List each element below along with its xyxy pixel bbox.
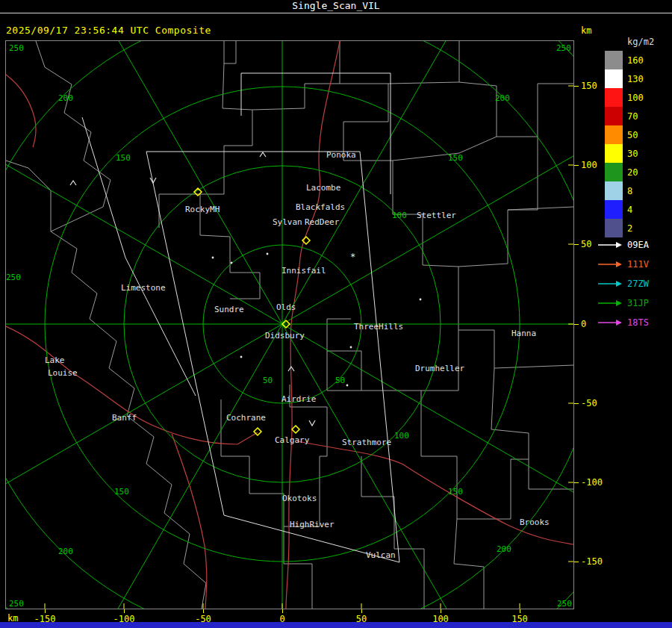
- colorbar-value: 8: [627, 186, 632, 196]
- colorbar-swatch: [605, 107, 623, 125]
- map-canvas[interactable]: 50 50 100 100 150 150 150 150 200 200 20…: [6, 41, 573, 609]
- right-axis-label: -150: [581, 556, 603, 567]
- city-label-calgary: Calgary: [275, 435, 310, 445]
- colorbar-value: 4: [627, 205, 632, 215]
- county-line: [6, 161, 51, 231]
- county-line: [421, 330, 529, 519]
- axis-tick: [574, 165, 579, 166]
- bottom-status-bar: [0, 622, 672, 628]
- echo-dot: [420, 299, 422, 301]
- city-label-ponoka: Ponoka: [326, 150, 356, 160]
- ring-label-150: 150: [448, 153, 463, 163]
- echo-dot: [231, 262, 233, 264]
- colorbar-unit: kg/m2: [627, 37, 654, 47]
- county-line: [221, 385, 327, 526]
- city-label-high-river: HighRiver: [290, 520, 335, 529]
- axis-tick: [574, 482, 579, 483]
- ring-label-250: 250: [9, 43, 24, 53]
- right-axis-unit: km: [581, 25, 591, 36]
- echo-dot: [267, 253, 269, 255]
- colorbar-swatch: [605, 125, 623, 144]
- ring-label-50: 50: [263, 376, 273, 385]
- city-label-three-hills: ThreeHills: [354, 322, 403, 332]
- radar-arrowhead-icon: [616, 242, 622, 248]
- county-line: [454, 519, 484, 609]
- axis-tick: [574, 403, 579, 404]
- city-label-blackfalds: Blackfalds: [296, 202, 345, 212]
- city-label-okotoks: Okotoks: [282, 494, 317, 503]
- radar-arrowhead-icon: [616, 261, 622, 267]
- city-label-brooks: Brooks: [520, 517, 550, 527]
- colorbar-value: 30: [627, 149, 638, 159]
- colorbar-value: 50: [627, 130, 638, 140]
- echo-dot: [240, 356, 243, 358]
- city-label-sundre: Sundre: [214, 305, 244, 314]
- radar-arrowhead-icon: [616, 281, 622, 287]
- axis-tick: [124, 609, 125, 613]
- city-label-airdrie: Airdrie: [281, 394, 316, 404]
- window-title-bar[interactable]: Single_Scan_VIL: [0, 0, 672, 13]
- radar-id-label: 27ZW: [627, 279, 650, 289]
- city-label-rocky-mh: RockyMH: [185, 205, 220, 214]
- county-line: [224, 41, 236, 63]
- colorbar-swatch: [605, 144, 623, 163]
- highway-line: [6, 326, 258, 444]
- city-label-lacombe: Lacombe: [306, 183, 340, 193]
- scan-timestamp: 2025/09/17 23:56:44 UTC Composite: [6, 25, 211, 36]
- colorbar-value: 20: [627, 167, 638, 178]
- colorbar-swatch: [605, 88, 623, 107]
- right-axis-label: 50: [581, 239, 591, 249]
- radar-id-label: 18TS: [627, 317, 649, 328]
- county-line: [459, 82, 573, 137]
- echo-dot: [350, 346, 352, 349]
- radar-id-label: 31JP: [627, 298, 649, 308]
- city-label-lake: Lake: [45, 355, 65, 365]
- right-axis-label: -100: [581, 477, 603, 488]
- colorbar-value: 100: [627, 93, 644, 103]
- radar-id-label: 09EA: [627, 240, 650, 250]
- axis-tick: [361, 609, 362, 613]
- colorbar-value: 160: [627, 55, 644, 66]
- colorbar-value: 70: [627, 111, 638, 122]
- city-label-vulcan: Vulcan: [366, 550, 396, 560]
- echo-marker-caret: [260, 152, 266, 157]
- ring-label-150: 150: [116, 153, 131, 163]
- city-label-red-deer: RedDeer: [305, 217, 340, 227]
- legend-panel: kg/m2 160 130 100 70 50 30 20 8 4 2 09EA…: [596, 36, 671, 349]
- city-label-sylvan: Sylvan: [273, 217, 302, 227]
- axis-tick: [574, 86, 579, 87]
- ring-label-50: 50: [335, 376, 345, 385]
- ring-label-250: 250: [6, 273, 21, 282]
- city-label-hanna: Hanna: [511, 329, 536, 338]
- ring-label-250: 250: [557, 599, 572, 609]
- city-label-didsbury: Didsbury: [265, 331, 305, 341]
- ring-label-150: 150: [448, 487, 463, 497]
- right-axis-label: 0: [581, 319, 586, 329]
- echo-marker-asterisk: *: [350, 252, 355, 262]
- axis-tick: [520, 609, 520, 613]
- echo-marker-vee: [309, 420, 315, 426]
- radar-arrowhead-icon: [616, 320, 622, 326]
- county-line: [393, 137, 497, 161]
- scan-area-outline: [82, 73, 399, 562]
- city-label-banff: Banff: [112, 413, 137, 423]
- county-line: [508, 207, 573, 210]
- echo-marker-caret: [70, 181, 76, 185]
- right-axis-label: 150: [581, 81, 597, 91]
- city-label-strathmore: Strathmore: [342, 438, 391, 447]
- county-line: [458, 137, 538, 267]
- county-line: [393, 214, 458, 330]
- radar-id-label: 111V: [627, 259, 649, 270]
- colorbar-swatch: [605, 219, 623, 237]
- echo-dot: [346, 385, 349, 387]
- axis-tick: [574, 562, 579, 562]
- axis-tick: [282, 609, 283, 613]
- right-axis: 150 100 50 0 -50 -100 -150: [574, 41, 597, 609]
- axis-tick: [45, 609, 46, 613]
- window-title: Single_Scan_VIL: [292, 0, 379, 11]
- ring-label-200: 200: [58, 93, 73, 103]
- colorbar-swatch: [605, 181, 623, 200]
- ring-label-200: 200: [495, 93, 510, 103]
- radar-map-frame: 50 50 100 100 150 150 150 150 200 200 20…: [5, 40, 574, 609]
- right-axis-label: 100: [581, 160, 597, 170]
